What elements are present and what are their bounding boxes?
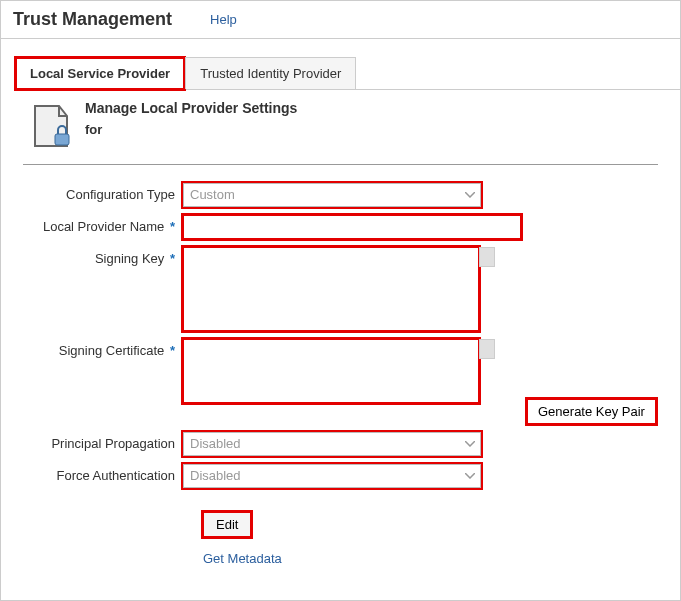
label-principal-propagation: Principal Propagation bbox=[21, 432, 183, 451]
row-config-type: Configuration Type Custom bbox=[21, 183, 660, 207]
signing-key-textarea[interactable] bbox=[183, 247, 479, 331]
label-local-provider-name: Local Provider Name * bbox=[21, 215, 183, 234]
row-local-provider-name: Local Provider Name * bbox=[21, 215, 660, 239]
signing-certificate-textarea[interactable] bbox=[183, 339, 479, 403]
subheader-title: Manage Local Provider Settings bbox=[85, 100, 297, 116]
buttons-section: Edit bbox=[203, 512, 660, 537]
get-metadata-link[interactable]: Get Metadata bbox=[203, 551, 660, 566]
header: Trust Management Help bbox=[1, 1, 680, 39]
generate-key-pair-button[interactable]: Generate Key Pair bbox=[527, 399, 656, 424]
required-mark: * bbox=[170, 251, 175, 266]
principal-propagation-select[interactable]: Disabled bbox=[183, 432, 481, 456]
scrollbar[interactable] bbox=[479, 339, 495, 359]
document-lock-icon bbox=[29, 102, 73, 150]
tabs: Local Service Provider Trusted Identity … bbox=[15, 57, 680, 90]
force-authentication-select[interactable]: Disabled bbox=[183, 464, 481, 488]
label-force-authentication: Force Authentication bbox=[21, 464, 183, 483]
page-title: Trust Management bbox=[13, 9, 172, 30]
row-signing-key: Signing Key * bbox=[21, 247, 660, 331]
principal-propagation-value: Disabled bbox=[183, 432, 481, 456]
label-signing-key: Signing Key * bbox=[21, 247, 183, 266]
scrollbar[interactable] bbox=[479, 247, 495, 267]
subheader-text: Manage Local Provider Settings for bbox=[85, 100, 297, 137]
tab-local-service-provider[interactable]: Local Service Provider bbox=[15, 57, 185, 90]
required-mark: * bbox=[170, 343, 175, 358]
row-principal-propagation: Principal Propagation Disabled bbox=[21, 432, 660, 456]
subheader: Manage Local Provider Settings for bbox=[1, 90, 680, 156]
label-config-type: Configuration Type bbox=[21, 183, 183, 202]
config-type-value: Custom bbox=[183, 183, 481, 207]
config-type-select[interactable]: Custom bbox=[183, 183, 481, 207]
required-mark: * bbox=[170, 219, 175, 234]
force-authentication-value: Disabled bbox=[183, 464, 481, 488]
edit-button[interactable]: Edit bbox=[203, 512, 251, 537]
help-link[interactable]: Help bbox=[210, 12, 237, 27]
subheader-for: for bbox=[85, 122, 297, 137]
row-force-authentication: Force Authentication Disabled bbox=[21, 464, 660, 488]
label-signing-certificate: Signing Certificate * bbox=[21, 339, 183, 358]
row-signing-certificate: Signing Certificate * Generate Key Pair bbox=[21, 339, 660, 424]
tab-trusted-identity-provider[interactable]: Trusted Identity Provider bbox=[185, 57, 356, 89]
svg-rect-0 bbox=[55, 134, 69, 145]
form: Configuration Type Custom Local Provider… bbox=[1, 165, 680, 566]
local-provider-name-input[interactable] bbox=[183, 215, 521, 239]
